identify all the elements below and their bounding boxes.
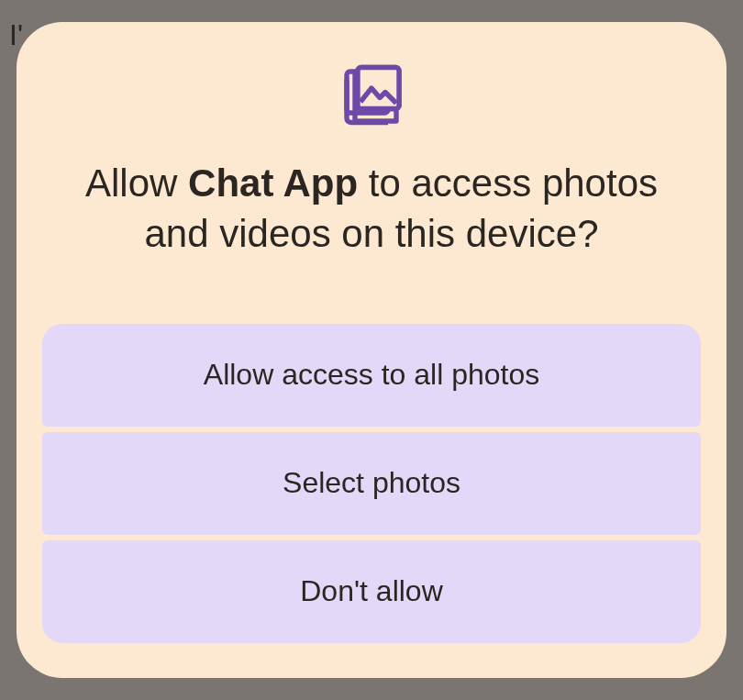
permission-title: Allow Chat App to access photos and vide… xyxy=(42,159,701,259)
permission-dialog: Allow Chat App to access photos and vide… xyxy=(17,22,726,677)
dont-allow-button[interactable]: Don't allow xyxy=(42,540,701,643)
select-photos-button[interactable]: Select photos xyxy=(42,432,701,535)
backdrop-partial-text: I' xyxy=(9,18,23,52)
allow-all-button[interactable]: Allow access to all photos xyxy=(42,324,701,427)
app-name: Chat App xyxy=(188,161,358,205)
photo-gallery-icon xyxy=(338,63,405,133)
permission-options: Allow access to all photos Select photos… xyxy=(42,324,701,643)
title-prefix: Allow xyxy=(85,161,188,205)
